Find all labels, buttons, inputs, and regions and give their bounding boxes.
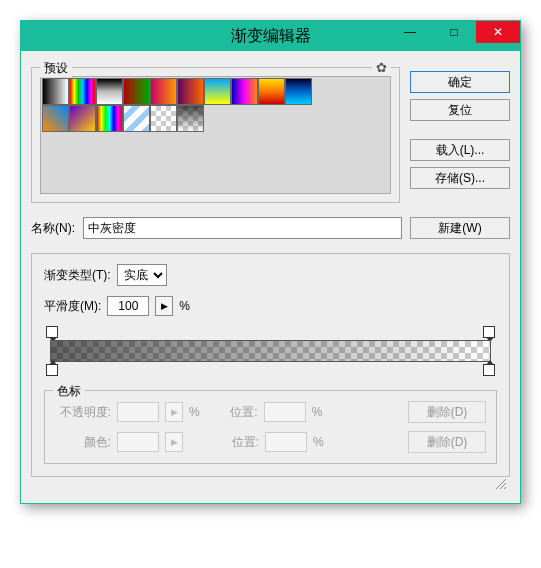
preset-row	[42, 78, 389, 105]
preset-swatch[interactable]	[150, 105, 177, 132]
preset-swatch[interactable]	[177, 105, 204, 132]
reset-button[interactable]: 复位	[410, 99, 510, 121]
colorstop-fieldset: 色标 不透明度: ▶ % 位置: % 删除(D) 颜色:	[44, 390, 497, 464]
arrow-right-icon: ▶	[171, 407, 178, 417]
color-swatch-input[interactable]	[117, 432, 159, 452]
gradient-bar-editor	[44, 326, 497, 376]
smoothness-flyout-button[interactable]: ▶	[155, 296, 173, 316]
minimize-button[interactable]: —	[388, 21, 432, 43]
opacity-flyout-button[interactable]: ▶	[165, 402, 183, 422]
gear-icon: ✿	[376, 60, 387, 75]
percent-label: %	[179, 299, 190, 313]
color-stop-left[interactable]	[46, 364, 58, 376]
close-button[interactable]: ✕	[476, 21, 520, 43]
svg-line-2	[504, 487, 506, 489]
preset-swatch[interactable]	[69, 105, 96, 132]
arrow-right-icon: ▶	[171, 437, 178, 447]
smoothness-row: 平滑度(M): ▶ %	[44, 296, 497, 316]
gradient-fieldset: 渐变类型(T): 实底 平滑度(M): ▶ %	[31, 253, 510, 477]
resize-grip-icon	[494, 477, 508, 491]
color-delete-button[interactable]: 删除(D)	[408, 431, 486, 453]
arrow-right-icon: ▶	[161, 301, 168, 311]
name-row: 名称(N): 新建(W)	[31, 217, 510, 239]
preset-row	[42, 105, 389, 132]
presets-menu-button[interactable]: ✿	[372, 60, 391, 75]
titlebar: 渐变编辑器 — □ ✕	[21, 21, 520, 51]
opacity-row: 不透明度: ▶ % 位置: % 删除(D)	[55, 401, 486, 423]
maximize-button[interactable]: □	[432, 21, 476, 43]
delete-button-label: 删除(D)	[427, 434, 468, 451]
new-button[interactable]: 新建(W)	[410, 217, 510, 239]
percent-label: %	[312, 405, 323, 419]
gradient-type-select[interactable]: 实底	[117, 264, 167, 286]
name-label: 名称(N):	[31, 220, 75, 237]
smoothness-label: 平滑度(M):	[44, 298, 101, 315]
save-button[interactable]: 存储(S)...	[410, 167, 510, 189]
side-buttons: 确定 复位 载入(L)... 存储(S)...	[410, 61, 510, 203]
opacity-stop-left[interactable]	[46, 326, 58, 338]
colorstop-legend: 色标	[53, 383, 85, 400]
opacity-label: 不透明度:	[55, 404, 111, 421]
color-stop-right[interactable]	[483, 364, 495, 376]
presets-fieldset: 预设 ✿	[31, 67, 400, 203]
new-button-label: 新建(W)	[438, 220, 481, 237]
color-flyout-button[interactable]: ▶	[165, 432, 183, 452]
color-label: 颜色:	[55, 434, 111, 451]
window-controls: — □ ✕	[388, 21, 520, 43]
load-button[interactable]: 载入(L)...	[410, 139, 510, 161]
ok-button[interactable]: 确定	[410, 71, 510, 93]
top-row: 预设 ✿	[31, 61, 510, 203]
preset-swatch[interactable]	[69, 78, 96, 105]
preset-swatch[interactable]	[177, 78, 204, 105]
preset-swatch[interactable]	[123, 105, 150, 132]
color-position-input[interactable]	[265, 432, 307, 452]
percent-label: %	[189, 405, 200, 419]
preset-swatch[interactable]	[231, 78, 258, 105]
preset-swatch[interactable]	[204, 78, 231, 105]
spacer	[410, 127, 510, 133]
load-button-label: 载入(L)...	[436, 142, 485, 159]
gradient-bar[interactable]	[50, 340, 491, 362]
presets-legend: 预设	[40, 60, 72, 77]
presets-rows	[42, 78, 389, 132]
preset-swatch[interactable]	[150, 78, 177, 105]
gradient-type-row: 渐变类型(T): 实底	[44, 264, 497, 286]
gradient-type-label: 渐变类型(T):	[44, 267, 111, 284]
preset-swatch[interactable]	[96, 78, 123, 105]
presets-grid[interactable]	[40, 76, 391, 194]
opacity-stop-right[interactable]	[483, 326, 495, 338]
preset-swatch[interactable]	[96, 105, 123, 132]
gradient-editor-window: 渐变编辑器 — □ ✕ 预设 ✿	[20, 20, 521, 504]
opacity-delete-button[interactable]: 删除(D)	[408, 401, 486, 423]
delete-button-label: 删除(D)	[427, 404, 468, 421]
name-input[interactable]	[83, 217, 402, 239]
preset-swatch[interactable]	[258, 78, 285, 105]
preset-swatch[interactable]	[285, 78, 312, 105]
position-label: 位置:	[225, 434, 259, 451]
preset-swatch[interactable]	[42, 78, 69, 105]
save-button-label: 存储(S)...	[435, 170, 485, 187]
resize-grip[interactable]	[31, 477, 510, 493]
preset-swatch[interactable]	[123, 78, 150, 105]
color-row: 颜色: ▶ 位置: % 删除(D)	[55, 431, 486, 453]
client-area: 预设 ✿	[21, 51, 520, 503]
position-label: 位置:	[224, 404, 258, 421]
opacity-position-input[interactable]	[264, 402, 306, 422]
opacity-input[interactable]	[117, 402, 159, 422]
preset-swatch[interactable]	[42, 105, 69, 132]
smoothness-input[interactable]	[107, 296, 149, 316]
percent-label: %	[313, 435, 324, 449]
